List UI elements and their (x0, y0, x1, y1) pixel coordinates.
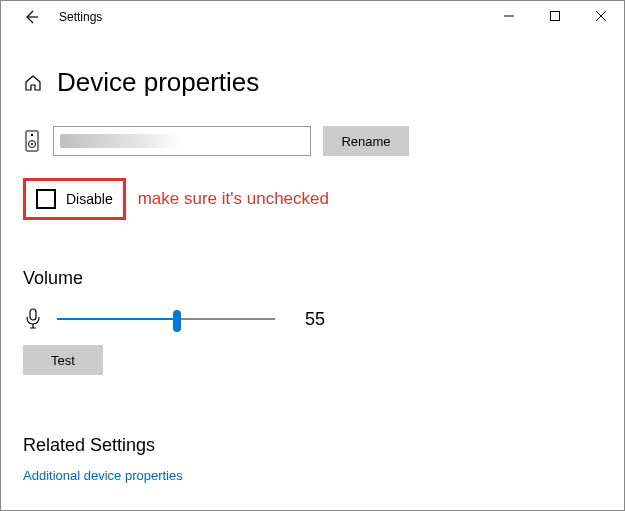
additional-properties-link[interactable]: Additional device properties (23, 468, 183, 483)
rename-button[interactable]: Rename (323, 126, 409, 156)
slider-track-fill (57, 318, 177, 320)
content-area: Device properties Rename Disable make su… (1, 33, 624, 484)
related-section: Related Settings Additional device prope… (23, 435, 602, 484)
svg-point-2 (31, 134, 33, 136)
titlebar: Settings (1, 1, 624, 33)
svg-rect-5 (30, 309, 36, 320)
speaker-icon (23, 129, 41, 153)
svg-point-4 (31, 143, 33, 145)
device-name-row: Rename (23, 126, 602, 156)
disable-container: Disable make sure it's unchecked (23, 178, 602, 220)
window-controls (486, 1, 624, 31)
volume-row: 55 (23, 307, 602, 331)
close-icon (596, 11, 606, 21)
window-title: Settings (59, 10, 102, 24)
disable-checkbox[interactable] (36, 189, 56, 209)
svg-rect-0 (551, 12, 560, 21)
arrow-left-icon (23, 9, 39, 25)
volume-slider[interactable] (57, 309, 275, 329)
microphone-icon (23, 307, 43, 331)
minimize-icon (504, 11, 514, 21)
disable-label: Disable (66, 191, 113, 207)
home-icon[interactable] (23, 73, 43, 93)
page-title: Device properties (57, 67, 259, 98)
maximize-icon (550, 11, 560, 21)
related-heading: Related Settings (23, 435, 602, 456)
maximize-button[interactable] (532, 1, 578, 31)
close-button[interactable] (578, 1, 624, 31)
volume-value: 55 (305, 309, 325, 330)
back-button[interactable] (17, 3, 45, 31)
page-header: Device properties (23, 67, 602, 98)
volume-section: Volume 55 Test (23, 268, 602, 375)
volume-heading: Volume (23, 268, 602, 289)
slider-thumb[interactable] (173, 310, 181, 332)
disable-checkbox-row[interactable]: Disable (23, 178, 126, 220)
minimize-button[interactable] (486, 1, 532, 31)
annotation-text: make sure it's unchecked (138, 189, 329, 209)
device-name-blurred (60, 134, 180, 148)
device-name-input[interactable] (53, 126, 311, 156)
test-button[interactable]: Test (23, 345, 103, 375)
